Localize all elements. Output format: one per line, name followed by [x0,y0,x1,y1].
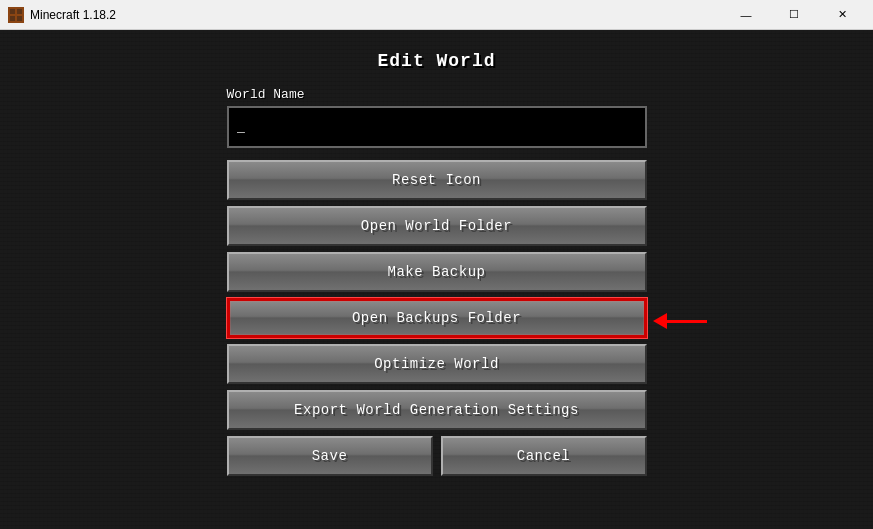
arrow-indicator [653,313,707,329]
app-title: Minecraft 1.18.2 [30,8,116,22]
export-world-gen-settings-button[interactable]: Export World Generation Settings [227,390,647,430]
world-name-label: World Name [227,87,305,102]
svg-rect-1 [10,9,15,14]
svg-rect-4 [17,16,22,21]
title-bar: Minecraft 1.18.2 — ☐ ✕ [0,0,873,30]
make-backup-button[interactable]: Make Backup [227,252,647,292]
title-bar-left: Minecraft 1.18.2 [8,7,116,23]
dialog-title: Edit World [377,51,495,71]
save-button[interactable]: Save [227,436,433,476]
open-world-folder-button[interactable]: Open World Folder [227,206,647,246]
edit-world-dialog: Edit World World Name Reset Icon Open Wo… [227,51,647,488]
arrow-line [667,320,707,323]
reset-icon-button[interactable]: Reset Icon [227,160,647,200]
svg-rect-3 [10,16,15,21]
save-cancel-row: Save Cancel [227,436,647,482]
main-content: Edit World World Name Reset Icon Open Wo… [0,30,873,529]
app-icon [8,7,24,23]
close-button[interactable]: ✕ [819,0,865,30]
open-backups-folder-container: Open Backups Folder [227,298,647,344]
optimize-world-button[interactable]: Optimize World [227,344,647,384]
maximize-button[interactable]: ☐ [771,0,817,30]
cancel-button[interactable]: Cancel [441,436,647,476]
arrow-head [653,313,667,329]
open-backups-folder-button[interactable]: Open Backups Folder [227,298,647,338]
minimize-button[interactable]: — [723,0,769,30]
window-controls[interactable]: — ☐ ✕ [723,0,865,30]
svg-rect-2 [17,9,22,14]
world-name-input[interactable] [227,106,647,148]
